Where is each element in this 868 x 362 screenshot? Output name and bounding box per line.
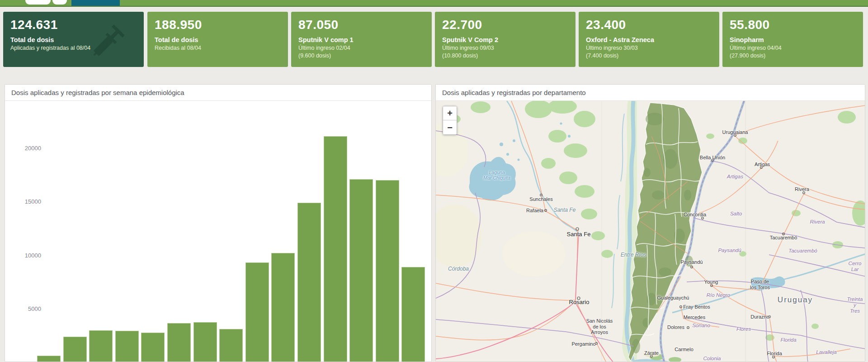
chart-bar[interactable] [167, 323, 191, 362]
kpi-title: Sputnik V comp 1 [298, 36, 425, 43]
map-label-province: Santa Fe [554, 207, 576, 214]
app-logo [52, 0, 67, 5]
chart-bar[interactable] [245, 262, 269, 362]
kpi-doses: (7.400 dosis) [586, 52, 712, 59]
kpi-card-astrazeneca: 23.400 Oxford - Astra Zeneca Último ingr… [579, 12, 719, 67]
map-label-city: Paso de los Toros [750, 279, 770, 290]
map-label-city: Concordia [684, 212, 706, 218]
chart-bar[interactable] [271, 253, 295, 362]
map-zoom-control: + − [443, 106, 457, 135]
kpi-doses: (27.900 dosis) [730, 52, 856, 59]
map-label-water: Laguna Mar Chiquita [483, 170, 510, 181]
kpi-card-sputnik-2: 22.700 Sputnik V Comp 2 Último ingreso 0… [435, 12, 576, 67]
map-label-city: San Nicolás de los Arroyos [586, 318, 613, 335]
map-label-region: Treinta y Tres [847, 296, 863, 314]
map-label-region: Salto [730, 211, 742, 217]
map-label-city: Young [704, 279, 718, 285]
map-label-city: Durazno [750, 314, 769, 320]
y-axis-tick: 15000 [9, 198, 41, 205]
chart-bar[interactable] [297, 203, 321, 362]
map-label-region: Florida [780, 337, 796, 343]
map-label-city: Paysandú [681, 259, 703, 265]
kpi-subtitle: Recibidas al 08/04 [155, 45, 281, 51]
kpi-value: 188.950 [155, 18, 281, 32]
map-label-region: Cerro Lar [849, 261, 862, 272]
map-label-province: Entre Ríos [621, 252, 646, 258]
map-label-city: Sunchales [529, 196, 552, 202]
map-label-region: Soriano [692, 323, 710, 329]
chart-bar[interactable] [193, 322, 217, 362]
map-label-city: Carmelo [675, 347, 693, 352]
chart-bar[interactable] [324, 136, 347, 362]
map-label-region: Artigas [727, 174, 743, 180]
map-label-city-lg: Santa Fe [567, 231, 591, 238]
map-label-region: Lavalleja [816, 349, 836, 355]
header-accent-tab[interactable] [71, 0, 120, 6]
map-label-city: Mercedes [684, 314, 705, 320]
map-label-city: Gualeguaychú [657, 295, 689, 301]
map-label-region: Tacuarembó [788, 248, 817, 254]
kpi-subtitle: Último ingreso 04/04 [730, 45, 856, 51]
kpi-card-received-doses: 188.950 Total de dosis Recibidas al 08/0… [147, 12, 288, 67]
map-label-region: Colonia [703, 356, 721, 362]
y-axis-tick: 10000 [9, 252, 41, 258]
map-label-region: Rivera [810, 219, 825, 225]
map-label-city: Artigas [755, 162, 770, 167]
kpi-value: 23.400 [586, 18, 712, 32]
zoom-out-button[interactable]: − [443, 120, 457, 134]
zoom-in-button[interactable]: + [443, 106, 457, 120]
app-logo [25, 0, 51, 5]
chart-bar[interactable] [89, 330, 113, 362]
map-label-city: Dolores [667, 324, 684, 330]
map-label-city: Pergamino [571, 341, 595, 347]
chart-title: Dosis aplicadas y registradas por semana… [5, 85, 431, 101]
map-label-region: Río Negro [707, 292, 730, 298]
chart-bar[interactable] [63, 337, 87, 362]
map-label-city: Rivera [795, 186, 809, 192]
kpi-title: Sinopharm [730, 36, 856, 43]
map-label-region: Flores [736, 326, 751, 332]
map-label-province: Córdoba [448, 266, 469, 272]
y-axis-tick: 5000 [9, 305, 41, 312]
map-label-country: Uruguay [778, 295, 813, 305]
map-title: Dosis aplicadas y registradas por depart… [436, 85, 865, 101]
kpi-title: Oxford - Astra Zeneca [586, 36, 712, 43]
map-label-region: Paysandú [718, 248, 741, 253]
kpi-doses: (9.600 dosis) [298, 52, 425, 59]
top-navigation-bar [0, 0, 868, 7]
chart-bar[interactable] [349, 179, 373, 362]
kpi-value: 55.800 [730, 18, 856, 32]
kpi-subtitle: Último ingreso 30/03 [586, 45, 712, 51]
department-map-panel: Dosis aplicadas y registradas por depart… [435, 84, 865, 362]
kpi-title: Sputnik V Comp 2 [442, 36, 568, 43]
kpi-subtitle: Último ingreso 02/04 [298, 45, 425, 51]
chart-bar[interactable] [115, 331, 139, 362]
leaflet-map[interactable]: Laguna Mar ChiquitaSunchalesRafaelaSanta… [436, 101, 865, 362]
bar-chart[interactable]: 05000100001500020000 [5, 101, 431, 362]
kpi-card-sputnik-1: 87.050 Sputnik V comp 1 Último ingreso 0… [291, 12, 432, 67]
map-label-city: Uruguaiana [722, 129, 748, 135]
map-label-city: Rafaela [526, 208, 543, 214]
map-label-city: Bella Unión [700, 155, 725, 161]
kpi-card-applied-doses: 124.631 Total de dosis Aplicadas y regis… [3, 12, 144, 67]
kpi-subtitle: Último ingreso 09/03 [442, 45, 568, 51]
kpi-doses: (10.800 dosis) [442, 52, 568, 59]
map-label-city: Zárate [644, 350, 659, 356]
chart-bar[interactable] [37, 356, 61, 362]
y-axis-tick: 0 [9, 359, 41, 362]
map-label-city-lg: Rosario [569, 299, 590, 306]
map-label-city: Tacuarembó [770, 235, 797, 241]
kpi-title: Total de dosis [155, 36, 281, 43]
chart-bar[interactable] [141, 333, 165, 362]
kpi-value: 22.700 [442, 18, 568, 32]
map-label-city: Florida [767, 351, 782, 357]
chart-bar[interactable] [401, 267, 425, 362]
y-axis-tick: 20000 [9, 145, 41, 152]
map-graphics [436, 101, 865, 362]
kpi-value: 87.050 [298, 18, 425, 32]
chart-bar[interactable] [376, 180, 399, 362]
weekly-doses-chart-panel: Dosis aplicadas y registradas por semana… [5, 84, 432, 362]
kpi-card-sinopharm: 55.800 Sinopharm Último ingreso 04/04 (2… [722, 12, 863, 67]
chart-bar[interactable] [219, 329, 243, 362]
map-label-city: Fray Bentos [683, 304, 710, 310]
